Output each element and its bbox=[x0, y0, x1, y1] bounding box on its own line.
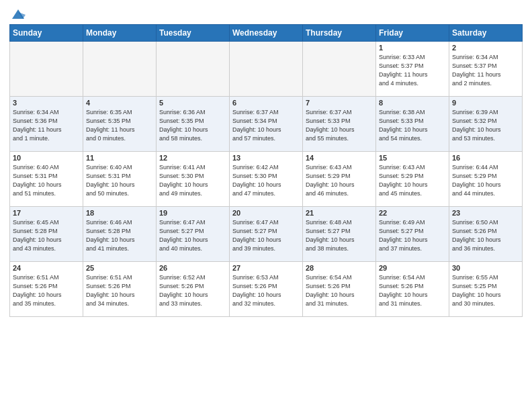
calendar-day: 5Sunrise: 6:36 AMSunset: 5:35 PMDaylight… bbox=[157, 97, 230, 152]
day-number: 7 bbox=[306, 99, 373, 107]
calendar-week-row: 24Sunrise: 6:51 AMSunset: 5:26 PMDayligh… bbox=[10, 262, 523, 317]
day-info: Sunrise: 6:37 AMSunset: 5:34 PMDaylight:… bbox=[232, 108, 300, 143]
weekday-header: Friday bbox=[376, 25, 449, 42]
day-number: 19 bbox=[159, 209, 226, 217]
day-info: Sunrise: 6:48 AMSunset: 5:27 PMDaylight:… bbox=[306, 218, 373, 253]
day-info: Sunrise: 6:44 AMSunset: 5:29 PMDaylight:… bbox=[452, 163, 519, 198]
logo-icon bbox=[11, 7, 26, 21]
day-info: Sunrise: 6:53 AMSunset: 5:26 PMDaylight:… bbox=[232, 273, 300, 308]
day-number: 3 bbox=[13, 99, 80, 107]
calendar-day: 3Sunrise: 6:34 AMSunset: 5:36 PMDaylight… bbox=[10, 97, 83, 152]
day-number: 11 bbox=[86, 154, 153, 162]
calendar-day: 11Sunrise: 6:40 AMSunset: 5:31 PMDayligh… bbox=[83, 152, 157, 207]
calendar-day: 13Sunrise: 6:42 AMSunset: 5:30 PMDayligh… bbox=[230, 152, 303, 207]
calendar-day: 2Sunrise: 6:34 AMSunset: 5:37 PMDaylight… bbox=[449, 42, 523, 97]
weekday-header: Thursday bbox=[303, 25, 376, 42]
calendar-day bbox=[10, 42, 83, 97]
day-info: Sunrise: 6:37 AMSunset: 5:33 PMDaylight:… bbox=[306, 108, 373, 143]
weekday-header: Sunday bbox=[10, 25, 83, 42]
day-info: Sunrise: 6:42 AMSunset: 5:30 PMDaylight:… bbox=[232, 163, 300, 198]
day-number: 30 bbox=[452, 264, 519, 272]
calendar-day: 6Sunrise: 6:37 AMSunset: 5:34 PMDaylight… bbox=[230, 97, 303, 152]
day-number: 20 bbox=[232, 209, 300, 217]
calendar-day: 27Sunrise: 6:53 AMSunset: 5:26 PMDayligh… bbox=[230, 262, 303, 317]
day-info: Sunrise: 6:51 AMSunset: 5:26 PMDaylight:… bbox=[86, 273, 153, 308]
calendar-day: 24Sunrise: 6:51 AMSunset: 5:26 PMDayligh… bbox=[10, 262, 83, 317]
day-info: Sunrise: 6:39 AMSunset: 5:32 PMDaylight:… bbox=[452, 108, 519, 143]
page: SundayMondayTuesdayWednesdayThursdayFrid… bbox=[0, 0, 532, 411]
day-number: 15 bbox=[379, 154, 446, 162]
day-number: 9 bbox=[452, 99, 519, 107]
day-info: Sunrise: 6:36 AMSunset: 5:35 PMDaylight:… bbox=[159, 108, 226, 143]
day-number: 18 bbox=[86, 209, 153, 217]
day-number: 25 bbox=[86, 264, 153, 272]
calendar-day bbox=[157, 42, 230, 97]
calendar-day: 12Sunrise: 6:41 AMSunset: 5:30 PMDayligh… bbox=[157, 152, 230, 207]
calendar-day: 21Sunrise: 6:48 AMSunset: 5:27 PMDayligh… bbox=[303, 207, 376, 262]
day-info: Sunrise: 6:40 AMSunset: 5:31 PMDaylight:… bbox=[13, 163, 80, 198]
day-info: Sunrise: 6:43 AMSunset: 5:29 PMDaylight:… bbox=[379, 163, 446, 198]
calendar-day: 15Sunrise: 6:43 AMSunset: 5:29 PMDayligh… bbox=[376, 152, 449, 207]
day-info: Sunrise: 6:54 AMSunset: 5:26 PMDaylight:… bbox=[306, 273, 373, 308]
day-info: Sunrise: 6:47 AMSunset: 5:27 PMDaylight:… bbox=[159, 218, 226, 253]
day-number: 28 bbox=[306, 264, 373, 272]
day-info: Sunrise: 6:55 AMSunset: 5:25 PMDaylight:… bbox=[452, 273, 519, 308]
calendar-day: 30Sunrise: 6:55 AMSunset: 5:25 PMDayligh… bbox=[449, 262, 523, 317]
day-info: Sunrise: 6:34 AMSunset: 5:37 PMDaylight:… bbox=[452, 53, 519, 88]
calendar-day: 20Sunrise: 6:47 AMSunset: 5:27 PMDayligh… bbox=[230, 207, 303, 262]
day-number: 14 bbox=[306, 154, 373, 162]
logo bbox=[9, 7, 26, 20]
day-number: 13 bbox=[232, 154, 300, 162]
calendar-day: 16Sunrise: 6:44 AMSunset: 5:29 PMDayligh… bbox=[449, 152, 523, 207]
day-number: 4 bbox=[86, 99, 153, 107]
day-info: Sunrise: 6:40 AMSunset: 5:31 PMDaylight:… bbox=[86, 163, 153, 198]
day-number: 10 bbox=[13, 154, 80, 162]
weekday-header: Tuesday bbox=[157, 25, 230, 42]
calendar-day: 10Sunrise: 6:40 AMSunset: 5:31 PMDayligh… bbox=[10, 152, 83, 207]
calendar-day: 23Sunrise: 6:50 AMSunset: 5:26 PMDayligh… bbox=[449, 207, 523, 262]
calendar-week-row: 3Sunrise: 6:34 AMSunset: 5:36 PMDaylight… bbox=[10, 97, 523, 152]
weekday-header: Monday bbox=[83, 25, 157, 42]
weekday-header: Wednesday bbox=[230, 25, 303, 42]
calendar-day: 14Sunrise: 6:43 AMSunset: 5:29 PMDayligh… bbox=[303, 152, 376, 207]
day-info: Sunrise: 6:54 AMSunset: 5:26 PMDaylight:… bbox=[379, 273, 446, 308]
calendar-day bbox=[83, 42, 157, 97]
calendar-day bbox=[230, 42, 303, 97]
day-number: 26 bbox=[159, 264, 226, 272]
calendar-day: 26Sunrise: 6:52 AMSunset: 5:26 PMDayligh… bbox=[157, 262, 230, 317]
day-number: 2 bbox=[452, 44, 519, 52]
calendar-week-row: 1Sunrise: 6:33 AMSunset: 5:37 PMDaylight… bbox=[10, 42, 523, 97]
day-number: 6 bbox=[232, 99, 300, 107]
day-info: Sunrise: 6:50 AMSunset: 5:26 PMDaylight:… bbox=[452, 218, 519, 253]
calendar-day: 19Sunrise: 6:47 AMSunset: 5:27 PMDayligh… bbox=[157, 207, 230, 262]
day-number: 23 bbox=[452, 209, 519, 217]
calendar-day: 4Sunrise: 6:35 AMSunset: 5:35 PMDaylight… bbox=[83, 97, 157, 152]
calendar-day: 29Sunrise: 6:54 AMSunset: 5:26 PMDayligh… bbox=[376, 262, 449, 317]
calendar-day: 9Sunrise: 6:39 AMSunset: 5:32 PMDaylight… bbox=[449, 97, 523, 152]
calendar-day: 28Sunrise: 6:54 AMSunset: 5:26 PMDayligh… bbox=[303, 262, 376, 317]
day-info: Sunrise: 6:47 AMSunset: 5:27 PMDaylight:… bbox=[232, 218, 300, 253]
day-number: 29 bbox=[379, 264, 446, 272]
day-info: Sunrise: 6:49 AMSunset: 5:27 PMDaylight:… bbox=[379, 218, 446, 253]
calendar-day: 8Sunrise: 6:38 AMSunset: 5:33 PMDaylight… bbox=[376, 97, 449, 152]
calendar-day: 7Sunrise: 6:37 AMSunset: 5:33 PMDaylight… bbox=[303, 97, 376, 152]
calendar-week-row: 17Sunrise: 6:45 AMSunset: 5:28 PMDayligh… bbox=[10, 207, 523, 262]
day-number: 17 bbox=[13, 209, 80, 217]
day-number: 16 bbox=[452, 154, 519, 162]
day-number: 21 bbox=[306, 209, 373, 217]
calendar-day: 17Sunrise: 6:45 AMSunset: 5:28 PMDayligh… bbox=[10, 207, 83, 262]
day-info: Sunrise: 6:38 AMSunset: 5:33 PMDaylight:… bbox=[379, 108, 446, 143]
calendar-header-row: SundayMondayTuesdayWednesdayThursdayFrid… bbox=[10, 25, 523, 42]
day-info: Sunrise: 6:41 AMSunset: 5:30 PMDaylight:… bbox=[159, 163, 226, 198]
calendar-week-row: 10Sunrise: 6:40 AMSunset: 5:31 PMDayligh… bbox=[10, 152, 523, 207]
day-info: Sunrise: 6:46 AMSunset: 5:28 PMDaylight:… bbox=[86, 218, 153, 253]
day-info: Sunrise: 6:33 AMSunset: 5:37 PMDaylight:… bbox=[379, 53, 446, 88]
calendar-day: 22Sunrise: 6:49 AMSunset: 5:27 PMDayligh… bbox=[376, 207, 449, 262]
calendar: SundayMondayTuesdayWednesdayThursdayFrid… bbox=[9, 24, 523, 317]
day-info: Sunrise: 6:52 AMSunset: 5:26 PMDaylight:… bbox=[159, 273, 226, 308]
calendar-day: 18Sunrise: 6:46 AMSunset: 5:28 PMDayligh… bbox=[83, 207, 157, 262]
calendar-day: 25Sunrise: 6:51 AMSunset: 5:26 PMDayligh… bbox=[83, 262, 157, 317]
day-number: 22 bbox=[379, 209, 446, 217]
header bbox=[9, 7, 523, 20]
day-number: 1 bbox=[379, 44, 446, 52]
